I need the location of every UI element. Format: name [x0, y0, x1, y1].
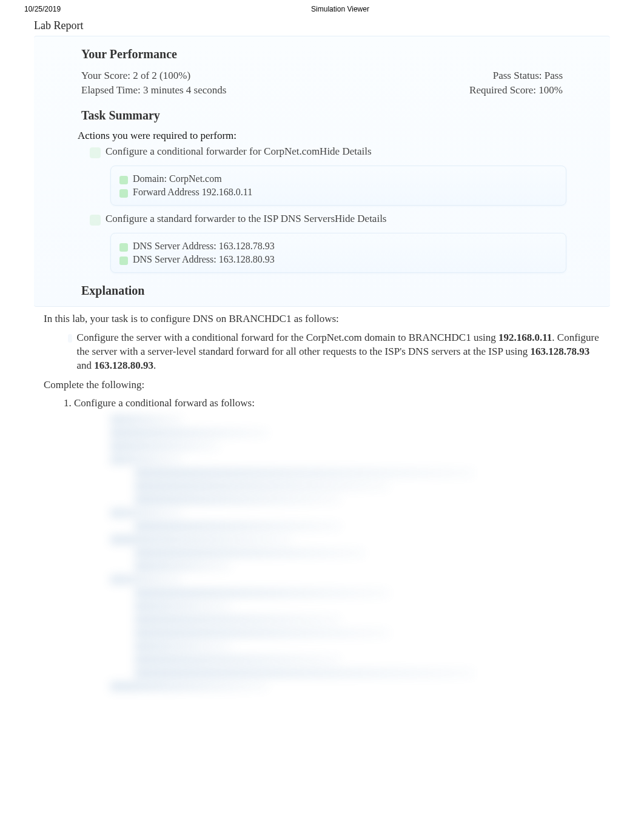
- explanation-bullet: Configure the server with a conditional …: [68, 331, 600, 373]
- ip-address: 163.128.78.93: [531, 346, 590, 357]
- task-row: Configure a standard forwarder to the IS…: [78, 212, 566, 229]
- check-icon: [119, 243, 128, 252]
- detail-text: Forward Address 192.168.0.11: [133, 187, 252, 198]
- score-panel: Your Performance Your Score: 2 of 2 (100…: [34, 36, 610, 307]
- ip-address: 163.128.80.93: [94, 360, 153, 371]
- task-text: Configure a standard forwarder to the IS…: [106, 213, 335, 224]
- page-header: 10/25/2019 Simulation Viewer: [0, 0, 644, 16]
- detail-text: DNS Server Address: 163.128.80.93: [133, 254, 275, 265]
- lab-report-title: Lab Report: [0, 16, 644, 36]
- task-details-panel: Domain: CorpNet.com Forward Address 192.…: [110, 166, 566, 206]
- explanation-intro: In this lab, your task is to configure D…: [44, 313, 600, 325]
- hide-details-toggle[interactable]: Hide Details: [335, 213, 386, 224]
- blurred-content: [110, 415, 600, 691]
- header-date: 10/25/2019: [24, 5, 61, 13]
- task-row: Configure a conditional forwarder for Co…: [78, 144, 566, 162]
- check-icon: [119, 257, 128, 265]
- bullet-icon: [68, 334, 72, 343]
- task-details-panel: DNS Server Address: 163.128.78.93 DNS Se…: [110, 233, 566, 273]
- explanation-body: In this lab, your task is to configure D…: [0, 313, 644, 691]
- status-pass-icon: [90, 147, 101, 158]
- elapsed-time: Elapsed Time: 3 minutes 4 seconds: [81, 84, 226, 96]
- ip-address: 192.168.0.11: [498, 332, 552, 343]
- task-summary-heading: Task Summary: [81, 109, 566, 122]
- required-score: Required Score: 100%: [469, 84, 563, 96]
- detail-text: DNS Server Address: 163.128.78.93: [133, 241, 275, 252]
- check-icon: [119, 176, 128, 184]
- complete-following-label: Complete the following:: [44, 379, 600, 391]
- explanation-heading: Explanation: [81, 284, 566, 298]
- your-performance-heading: Your Performance: [81, 47, 566, 61]
- task-text: Configure a conditional forwarder for Co…: [106, 146, 320, 157]
- steps-list: Configure a conditional forward as follo…: [74, 397, 600, 409]
- detail-text: Domain: CorpNet.com: [133, 173, 222, 184]
- check-icon: [119, 189, 128, 198]
- step-item: Configure a conditional forward as follo…: [74, 397, 600, 409]
- actions-required-label: Actions you were required to perform:: [78, 130, 566, 142]
- header-title: Simulation Viewer: [61, 5, 620, 13]
- status-pass-icon: [90, 215, 101, 226]
- pass-status: Pass Status: Pass: [493, 70, 563, 82]
- hide-details-toggle[interactable]: Hide Details: [320, 146, 371, 157]
- your-score: Your Score: 2 of 2 (100%): [81, 70, 190, 82]
